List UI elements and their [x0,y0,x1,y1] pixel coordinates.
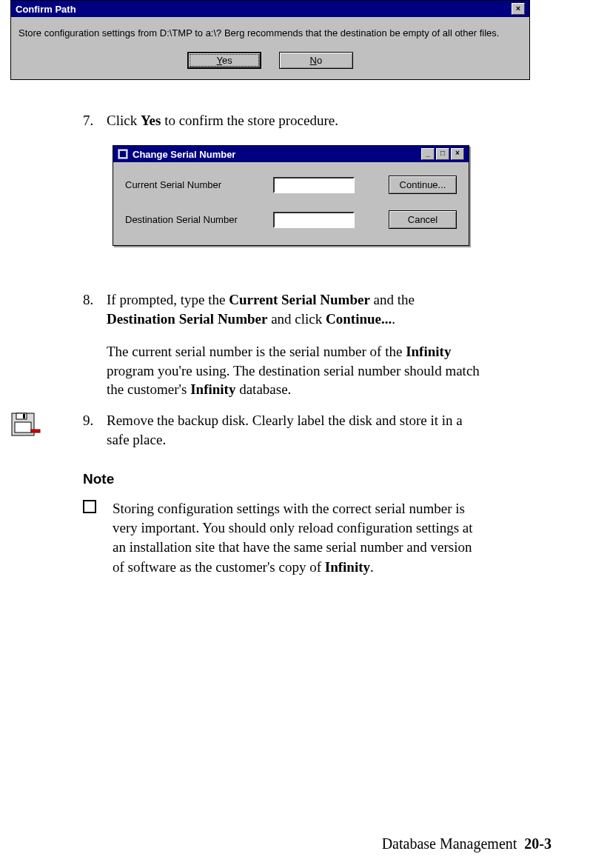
svg-rect-1 [120,151,126,157]
no-button[interactable]: No [279,52,353,69]
step-8-detail: The current serial number is the serial … [83,342,483,399]
step-number: 8. [83,290,104,310]
svg-rect-5 [15,422,31,433]
current-serial-label: Current Serial Number [125,179,273,190]
confirm-path-titlebar[interactable]: Confirm Path × [11,1,529,17]
cancel-button[interactable]: Cancel [389,210,457,229]
confirm-path-title: Confirm Path [16,4,76,15]
step-number: 9. [83,411,104,430]
step-9: 9. Remove the backup disk. Clearly label… [83,411,483,449]
minimize-icon[interactable]: _ [421,148,435,160]
floppy-disk-icon [10,409,43,438]
destination-serial-input[interactable] [273,212,355,228]
note-body: Storing configuration settings with the … [83,499,483,577]
yes-button[interactable]: Yes [187,52,261,69]
continue-button[interactable]: Continue... [389,176,457,194]
maximize-icon[interactable]: □ [436,148,449,160]
page-number: 20-3 [524,835,552,852]
checkbox-bullet-icon [83,500,96,513]
destination-serial-label: Destination Serial Number [125,214,273,225]
confirm-path-message: Store configuration settings from D:\TMP… [11,17,529,44]
step-number: 7. [83,111,104,130]
app-icon [118,149,128,159]
step-7: 7. Click Yes to confirm the store proced… [83,111,483,130]
close-icon[interactable]: × [512,3,525,15]
page-footer: Database Management 20-3 [0,835,590,852]
note-heading: Note [83,471,114,487]
current-serial-input[interactable] [273,177,355,193]
svg-rect-4 [23,414,25,418]
change-serial-dialog: Change Serial Number _ □ × Current Seria… [113,145,469,246]
close-icon[interactable]: × [451,148,464,160]
confirm-path-dialog: Confirm Path × Store configuration setti… [10,0,530,80]
step-8: 8. If prompted, type the Current Serial … [83,290,483,328]
change-serial-titlebar[interactable]: Change Serial Number _ □ × [113,146,469,162]
change-serial-title: Change Serial Number [133,149,420,160]
svg-rect-6 [31,430,40,433]
